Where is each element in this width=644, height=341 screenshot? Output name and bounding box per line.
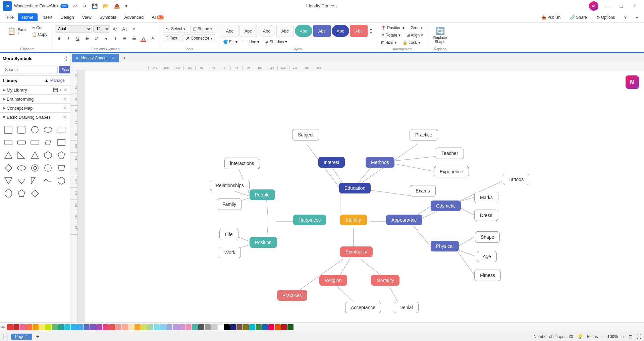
concept-map-header[interactable]: ▶ Concept Map ✕ <box>0 104 70 112</box>
color-swatch-lavender[interactable] <box>166 324 172 330</box>
node-shape[interactable]: Shape <box>475 231 500 243</box>
color-swatch-aqua[interactable] <box>154 324 160 330</box>
more-btn[interactable]: ▾ <box>123 3 129 9</box>
shape-diamond2[interactable] <box>29 188 41 199</box>
color-swatch-blue[interactable] <box>77 324 83 330</box>
menu-insert[interactable]: Insert <box>38 13 57 21</box>
abc-style-8[interactable]: Abc <box>350 25 368 37</box>
undo-btn[interactable]: ↩ <box>71 3 79 9</box>
node-religion[interactable]: Religion <box>319 275 347 286</box>
node-physical[interactable]: Physical <box>431 241 459 251</box>
color-swatch-teal2[interactable] <box>192 324 198 330</box>
node-interactions[interactable]: interactions <box>224 158 260 169</box>
basic-shapes-header[interactable]: ▶ Basic Drawing Shapes ✕ <box>0 113 70 121</box>
color-swatch-sky2[interactable] <box>160 324 166 330</box>
node-interest[interactable]: Interest <box>318 157 345 168</box>
export-btn[interactable]: 📤 <box>112 3 122 9</box>
basic-shapes-close-btn[interactable]: ✕ <box>63 114 67 120</box>
color-swatch-coral[interactable] <box>109 324 115 330</box>
color-swatch-peach[interactable] <box>122 324 128 330</box>
zoom-out-btn[interactable]: - <box>602 334 603 339</box>
color-swatch-orange[interactable] <box>26 324 32 330</box>
shape-square[interactable] <box>3 124 14 135</box>
shape-hex2[interactable] <box>56 175 67 186</box>
shape-hexagon[interactable] <box>42 150 54 161</box>
my-library-header[interactable]: ▶ My Library 💾 + ✕ <box>0 86 70 94</box>
shape-triangle[interactable] <box>3 150 14 161</box>
fill-btn[interactable]: 🪣 Fill ▾ <box>221 39 239 45</box>
strike-btn[interactable]: S <box>83 34 91 42</box>
menu-ai[interactable]: AIhot <box>148 13 168 21</box>
maximize-btn[interactable]: □ <box>614 1 628 11</box>
node-education[interactable]: Education <box>339 183 371 193</box>
color-swatch-cyan[interactable] <box>64 324 70 330</box>
color-swatch-mint[interactable] <box>147 324 153 330</box>
color-swatch-salmon[interactable] <box>115 324 121 330</box>
page-tab[interactable]: Page-1 <box>11 334 32 340</box>
color-swatch-indigo[interactable] <box>84 324 90 330</box>
node-subject[interactable]: Subject <box>292 129 319 140</box>
shape-oct[interactable] <box>3 188 14 199</box>
text-format-btn[interactable]: T <box>111 34 119 42</box>
menu-advanced[interactable]: Advanced <box>120 13 148 21</box>
concept-map-close-btn[interactable]: ✕ <box>63 105 67 111</box>
size-btn[interactable]: ⊡ Size ▾ <box>379 40 398 46</box>
focus-btn[interactable]: Focus <box>587 334 598 339</box>
color-swatch-teal[interactable] <box>58 324 64 330</box>
menu-home[interactable]: Home <box>18 13 38 21</box>
italic-btn[interactable]: I <box>64 34 72 42</box>
color-swatch-black[interactable] <box>224 324 230 330</box>
node-dress[interactable]: Dress <box>474 210 498 221</box>
rotate-btn[interactable]: ↻ Rotate ▾ <box>379 32 402 38</box>
node-practices[interactable]: Practices <box>277 290 307 301</box>
color-swatch-pink2[interactable] <box>268 324 274 330</box>
node-methods[interactable]: Methods <box>366 157 394 168</box>
shape-tri-right[interactable] <box>29 175 41 186</box>
node-people[interactable]: People <box>250 189 275 200</box>
node-exams[interactable]: Exams <box>410 185 436 196</box>
node-family[interactable]: Family <box>217 198 242 210</box>
styles-scroll-up[interactable]: ▲ ▼ <box>369 26 373 36</box>
abc-style-6[interactable]: Abc <box>313 25 331 37</box>
node-position[interactable]: Position <box>250 237 277 248</box>
fit-btn[interactable]: ⊡ <box>629 334 633 339</box>
abc-style-1[interactable]: Abc <box>221 25 238 37</box>
align-btn[interactable]: ≡ <box>130 25 138 33</box>
shape-circle[interactable] <box>29 124 41 135</box>
node-marks[interactable]: Marks <box>474 192 498 203</box>
cut-btn[interactable]: ✂ Cut <box>30 25 49 31</box>
shape-trapezoid[interactable] <box>56 162 67 174</box>
font-color-btn[interactable]: A <box>140 34 148 42</box>
color-swatch-sand[interactable] <box>128 324 134 330</box>
tab-close-btn[interactable]: ✕ <box>112 56 115 60</box>
node-life[interactable]: Life <box>219 229 238 240</box>
node-work[interactable]: Work <box>219 247 241 258</box>
color-swatch-orchid[interactable] <box>173 324 179 330</box>
color-swatch-lime[interactable] <box>45 324 51 330</box>
add-page-btn[interactable]: + <box>36 334 39 340</box>
paste-btn[interactable]: 📋 Paste ▾ <box>5 26 29 37</box>
shadow-btn[interactable]: ◈ Shadow ▾ <box>263 39 289 45</box>
node-mortality[interactable]: Mortality <box>371 275 399 286</box>
tab-add-btn[interactable]: + <box>120 54 128 62</box>
lock-btn[interactable]: 🔒 Lock ▾ <box>400 40 422 46</box>
color-swatch-amber[interactable] <box>33 324 39 330</box>
page-tab-1[interactable]: Page-1 <box>11 334 32 340</box>
color-swatch-red1[interactable] <box>7 324 13 330</box>
highlight-btn[interactable]: A <box>149 34 157 42</box>
color-swatch-deepgreen[interactable] <box>287 324 293 330</box>
mindmap-canvas[interactable]: Identity Happiness Education Appearance … <box>85 70 644 322</box>
color-swatch-yellow[interactable] <box>39 324 45 330</box>
node-appearance[interactable]: Appearance <box>386 215 422 225</box>
color-swatch-pink[interactable] <box>20 324 26 330</box>
font-name-select[interactable]: Arial Times New Roman Calibri <box>55 25 92 33</box>
color-swatch-violet[interactable] <box>96 324 102 330</box>
search-input[interactable] <box>3 66 58 73</box>
help-btn[interactable]: ? <box>621 14 630 21</box>
menu-view[interactable]: View <box>78 13 96 21</box>
color-swatch-blue2[interactable] <box>262 324 268 330</box>
line-btn[interactable]: — Line ▾ <box>241 39 261 45</box>
node-happiness[interactable]: Happiness <box>293 215 326 225</box>
brainstorming-close-btn[interactable]: ✕ <box>63 96 67 102</box>
manage-btn[interactable]: Manage <box>50 78 65 83</box>
